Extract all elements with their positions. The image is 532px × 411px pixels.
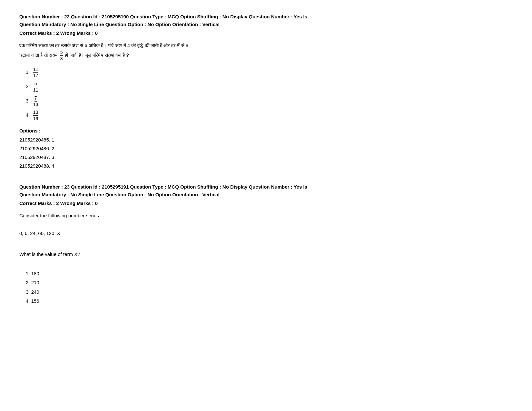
question-23-answer-options: 1. 180 2. 210 3. 240 4. 156 (26, 269, 513, 306)
fraction-7-13: 7 13 (33, 95, 38, 107)
question-22-meta: Question Number : 22 Question Id : 21052… (19, 13, 513, 28)
question-23-marks: Correct Marks : 2 Wrong Marks : 0 (19, 201, 513, 206)
option-id-4: 21052920488. 4 (19, 161, 513, 170)
question-22-option-ids: 21052920485. 1 21052920486. 2 2105292048… (19, 135, 513, 170)
question-23-meta-line2: Question Mandatory : No Single Line Ques… (19, 192, 220, 197)
question-23-text-line1: Consider the following number series (19, 211, 513, 220)
question-22-hindi-part2: घटाया जाता है तो संख्या (19, 52, 60, 58)
q23-option-2: 2. 210 (26, 278, 513, 288)
fraction-11-17: 11 17 (33, 67, 38, 79)
option-id-1: 21052920485. 1 (19, 135, 513, 144)
question-23-meta: Question Number : 23 Question Id : 21052… (19, 183, 513, 199)
q23-option-4: 4. 156 (26, 297, 513, 306)
question-23-series: 0, 6, 24, 60, 120, X (19, 225, 513, 236)
question-23-block: Question Number : 23 Question Id : 21052… (19, 183, 513, 306)
q23-option-1: 1. 180 (26, 269, 513, 279)
question-22-block: Question Number : 22 Question Id : 21052… (19, 13, 513, 170)
answer-option-3: 3. 7 13 (26, 95, 513, 107)
question-22-options-header: Options : (19, 128, 513, 133)
q23-option-3: 3. 240 (26, 288, 513, 297)
question-22-answer-options: 1. 11 17 2. 5 11 3. 7 13 4. 13 19 (26, 67, 513, 122)
fraction-13-19: 13 19 (33, 110, 38, 122)
option-id-3: 21052920487. 3 (19, 153, 513, 161)
answer-option-4: 4. 13 19 (26, 110, 513, 122)
question-23-text-line2: What is the value of term X? (19, 241, 513, 259)
question-22-hindi-part3: हो जाती है। मूल परिमेय संख्या क्या है ? (65, 52, 129, 58)
question-22-inline-fraction: 5 3 (60, 50, 63, 62)
answer-option-2: 2. 5 11 (26, 81, 513, 93)
question-22-marks: Correct Marks : 2 Wrong Marks : 0 (19, 30, 513, 36)
question-23-meta-line1: Question Number : 23 Question Id : 21052… (19, 184, 307, 190)
question-22-meta-line2: Question Mandatory : No Single Line Ques… (19, 22, 220, 27)
fraction-5-11: 5 11 (33, 81, 38, 93)
question-22-meta-line1: Question Number : 22 Question Id : 21052… (19, 14, 307, 19)
question-22-hindi-part1: एक परिमेय संख्या का हर उसके अंश से 6 अधि… (19, 43, 188, 48)
answer-option-1: 1. 11 17 (26, 67, 513, 79)
question-22-text: एक परिमेय संख्या का हर उसके अंश से 6 अधि… (19, 41, 513, 62)
option-id-2: 21052920486. 2 (19, 144, 513, 153)
